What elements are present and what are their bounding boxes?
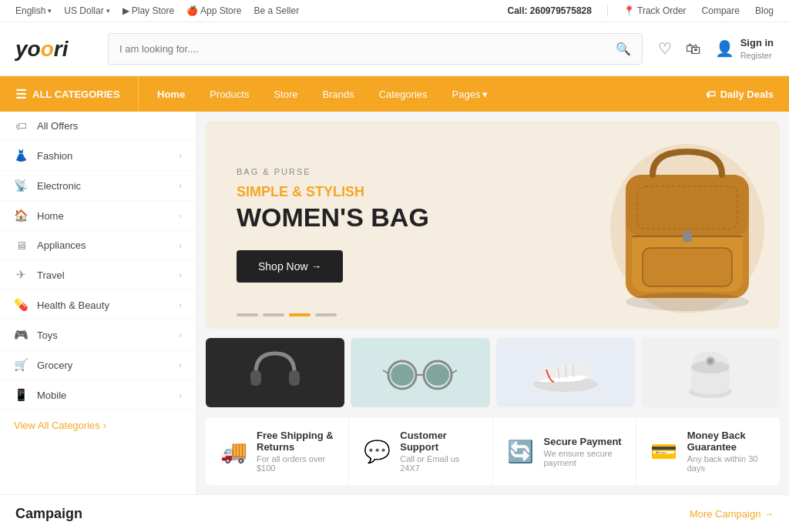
sign-in-text: Sign in Register bbox=[740, 36, 774, 62]
sneakers-svg bbox=[527, 350, 604, 396]
svg-rect-9 bbox=[250, 370, 261, 386]
language-selector[interactable]: English ▾ bbox=[15, 5, 52, 16]
more-campaign-link[interactable]: More Campaign → bbox=[690, 508, 774, 520]
sidebar-item-toys[interactable]: 🎮 Toys › bbox=[0, 320, 196, 350]
wishlist-icon[interactable]: ♡ bbox=[658, 39, 672, 58]
cart-icon[interactable]: 🛍 bbox=[686, 40, 701, 58]
sign-in-area[interactable]: 👤 Sign in Register bbox=[715, 36, 774, 62]
svg-rect-3 bbox=[626, 175, 749, 236]
dot-1[interactable] bbox=[237, 313, 258, 316]
thumb-sunglasses[interactable] bbox=[351, 338, 489, 407]
nav-categories[interactable]: Categories bbox=[368, 79, 438, 109]
shop-now-button[interactable]: Shop Now → bbox=[237, 250, 343, 283]
sidebar-item-appliances[interactable]: 🖥 Appliances › bbox=[0, 231, 196, 260]
toys-icon: 🎮 bbox=[14, 328, 28, 342]
call-info: Call: 260979575828 bbox=[507, 5, 591, 16]
user-icon: 👤 bbox=[715, 39, 734, 58]
home-icon: 🏠 bbox=[14, 209, 28, 223]
electronic-icon: 📡 bbox=[14, 179, 28, 192]
svg-rect-6 bbox=[643, 248, 732, 286]
sidebar-item-electronic[interactable]: 📡 Electronic › bbox=[0, 171, 196, 201]
sidebar-item-travel[interactable]: ✈ Travel › bbox=[0, 260, 196, 290]
chevron-right-icon: › bbox=[179, 300, 182, 309]
all-categories-btn[interactable]: ☰ ALL CATEGORIES bbox=[0, 76, 139, 112]
pages-dropdown-icon: ▾ bbox=[482, 89, 488, 100]
svg-point-22 bbox=[708, 359, 713, 363]
nav-home[interactable]: Home bbox=[146, 79, 196, 109]
shipping-icon: 🚚 bbox=[220, 439, 247, 464]
top-bar: English ▾ US Dollar ▾ ▶ Play Store 🍎 App… bbox=[0, 0, 789, 22]
feature-moneyback: 💳 Money Back Guarantee Any back within 3… bbox=[636, 417, 780, 485]
hamburger-icon: ☰ bbox=[15, 87, 26, 102]
tag-icon: 🏷 bbox=[706, 89, 716, 100]
nav-pages[interactable]: Pages ▾ bbox=[442, 79, 499, 109]
chevron-right-icon: › bbox=[179, 211, 182, 220]
header: yoori 🔍 ♡ 🛍 👤 Sign in Register bbox=[0, 22, 789, 76]
search-bar: 🔍 bbox=[108, 33, 643, 65]
sunglasses-svg bbox=[381, 353, 458, 392]
sidebar-item-mobile[interactable]: 📱 Mobile › bbox=[0, 380, 196, 410]
fashion-icon: 👗 bbox=[14, 149, 28, 162]
hero-image bbox=[464, 121, 780, 329]
search-input[interactable] bbox=[109, 35, 605, 62]
mobile-icon: 📱 bbox=[14, 388, 28, 402]
svg-rect-10 bbox=[289, 370, 300, 386]
dot-4[interactable] bbox=[315, 313, 337, 316]
headphones-svg bbox=[244, 346, 306, 400]
search-button[interactable]: 🔍 bbox=[605, 34, 642, 64]
chevron-right-icon: › bbox=[179, 390, 182, 400]
svg-point-13 bbox=[391, 364, 414, 386]
blog-link[interactable]: Blog bbox=[755, 5, 774, 16]
grocery-icon: 🛒 bbox=[14, 358, 28, 372]
view-all-categories[interactable]: View All Categories › bbox=[0, 410, 196, 440]
features-row: 🚚 Free Shipping & Returns For all orders… bbox=[206, 417, 780, 485]
nav-store[interactable]: Store bbox=[263, 79, 308, 109]
compare-link[interactable]: Compare bbox=[702, 5, 740, 16]
chevron-right-icon: › bbox=[179, 241, 182, 250]
currency-selector[interactable]: US Dollar ▾ bbox=[64, 5, 109, 16]
logo[interactable]: yoori bbox=[15, 37, 85, 62]
speaker-svg bbox=[680, 344, 741, 402]
track-order-link[interactable]: 📍 Track Order bbox=[623, 5, 687, 16]
sidebar-item-grocery[interactable]: 🛒 Grocery › bbox=[0, 350, 196, 380]
campaign-bar: Campaign More Campaign → bbox=[0, 494, 789, 532]
chevron-right-icon: › bbox=[179, 330, 182, 340]
daily-deals-btn[interactable]: 🏷 Daily Deals bbox=[690, 76, 789, 112]
bag-illustration bbox=[518, 121, 780, 329]
thumb-speaker[interactable] bbox=[641, 338, 780, 407]
hero-tag: BAG & PURSE bbox=[237, 167, 429, 176]
chevron-right-icon: › bbox=[179, 151, 182, 160]
top-bar-right: Call: 260979575828 📍 Track Order Compare… bbox=[507, 5, 774, 17]
header-icons: ♡ 🛍 👤 Sign in Register bbox=[658, 36, 774, 62]
view-all-arrow-icon: › bbox=[103, 420, 106, 431]
sidebar-item-health-beauty[interactable]: 💊 Health & Beauty › bbox=[0, 290, 196, 320]
thumb-sneakers[interactable] bbox=[496, 338, 635, 407]
be-seller-link[interactable]: Be a Seller bbox=[253, 5, 299, 16]
health-icon: 💊 bbox=[14, 298, 28, 312]
app-store-link[interactable]: 🍎 App Store bbox=[186, 5, 241, 16]
hero-banner: BAG & PURSE SIMPLE & STYLISH WOMEN'S BAG… bbox=[206, 121, 780, 329]
chevron-right-icon: › bbox=[179, 181, 182, 190]
location-icon: 📍 bbox=[623, 5, 635, 16]
feature-shipping: 🚚 Free Shipping & Returns For all orders… bbox=[206, 417, 349, 485]
sidebar-item-home[interactable]: 🏠 Home › bbox=[0, 201, 196, 231]
top-bar-left: English ▾ US Dollar ▾ ▶ Play Store 🍎 App… bbox=[15, 5, 299, 16]
sidebar-item-fashion[interactable]: 👗 Fashion › bbox=[0, 141, 196, 171]
nav-brands[interactable]: Brands bbox=[312, 79, 365, 109]
nav-products[interactable]: Products bbox=[199, 79, 260, 109]
feature-support: 💬 Customer Support Call or Email us 24X7 bbox=[349, 417, 492, 485]
appliances-icon: 🖥 bbox=[14, 239, 28, 252]
play-store-link[interactable]: ▶ Play Store bbox=[123, 5, 174, 16]
dot-3[interactable] bbox=[289, 313, 311, 316]
apple-icon: 🍎 bbox=[186, 5, 198, 16]
travel-icon: ✈ bbox=[14, 268, 28, 282]
dot-2[interactable] bbox=[263, 313, 284, 316]
thumb-headphones[interactable] bbox=[206, 338, 344, 407]
hero-subtitle: SIMPLE & STYLISH bbox=[237, 184, 429, 200]
sidebar-item-all-offers[interactable]: 🏷 All Offers bbox=[0, 112, 196, 141]
product-thumbnails bbox=[206, 338, 780, 407]
play-store-icon: ▶ bbox=[123, 5, 129, 16]
support-icon: 💬 bbox=[363, 439, 391, 464]
language-arrow-icon: ▾ bbox=[48, 7, 52, 15]
content-area: BAG & PURSE SIMPLE & STYLISH WOMEN'S BAG… bbox=[196, 112, 789, 494]
